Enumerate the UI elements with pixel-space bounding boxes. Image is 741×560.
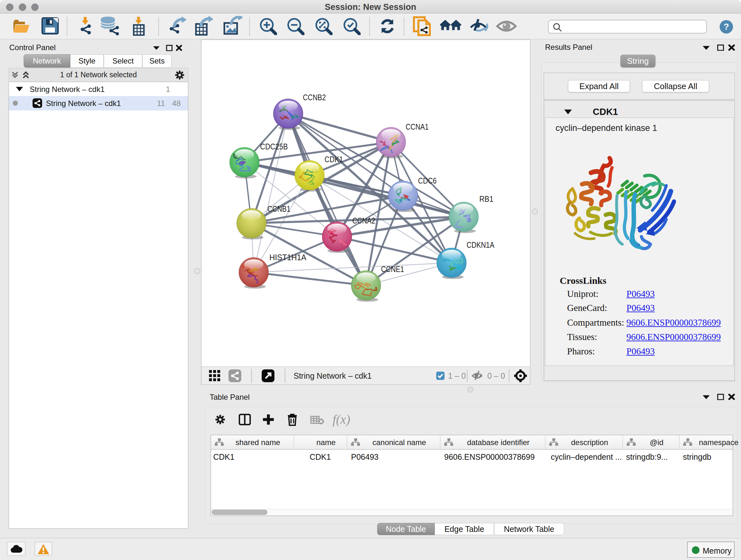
svg-text:CDC25B: CDC25B	[260, 142, 288, 151]
svg-text:CCNB2: CCNB2	[303, 92, 326, 102]
svg-text:CCNA1: CCNA1	[406, 122, 428, 132]
svg-text:CDK1: CDK1	[325, 154, 343, 164]
svg-text:?: ?	[724, 22, 729, 32]
svg-text:CCNB1: CCNB1	[267, 204, 290, 213]
svg-text:CDC6: CDC6	[418, 176, 436, 186]
svg-text:CCNA2: CCNA2	[352, 216, 375, 226]
svg-text:CCNE1: CCNE1	[381, 264, 404, 274]
svg-text:RB1: RB1	[479, 194, 493, 204]
svg-text:CDKN1A: CDKN1A	[467, 240, 495, 250]
svg-text:HIST1H1A: HIST1H1A	[269, 253, 307, 262]
